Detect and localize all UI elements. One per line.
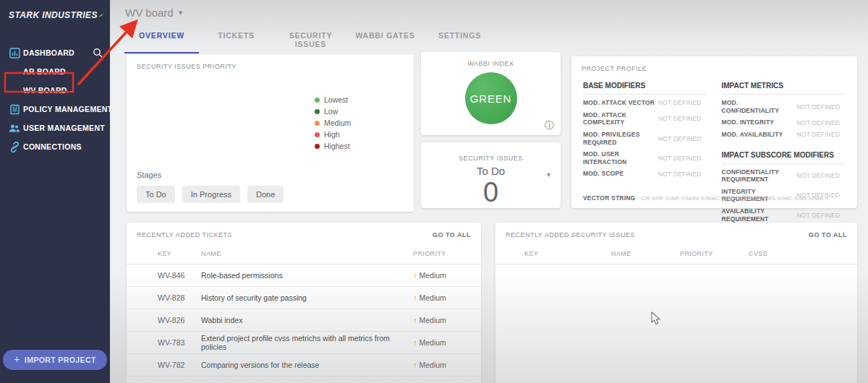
profile-row-label: MOD. CONFIDENTIALITY — [722, 99, 797, 114]
profile-row-label: MOD. PRIVILEGES REQUIRED — [583, 131, 658, 146]
sidebar-item-user-management[interactable]: USER MANAGEMENT — [0, 119, 110, 137]
sidebar-item-label: CONNECTIONS — [23, 142, 82, 151]
sidebar: STARK INDUSTRIES DASHBOARD AR BOARD WV B… — [0, 0, 110, 383]
column-header: NAME — [611, 246, 680, 264]
impact-sections: IMPACT METRICS MOD. CONFIDENTIALITY NOT … — [722, 78, 845, 225]
table-title: RECENTLY ADDED TICKETS — [137, 231, 232, 238]
table-row[interactable]: WV-828 History of security gate passing … — [127, 287, 481, 309]
legend-item[interactable]: High — [315, 130, 351, 139]
users-icon — [6, 124, 23, 133]
stages-section: Stages To DoIn ProgressDone — [137, 171, 284, 203]
legend-item[interactable]: Medium — [315, 119, 351, 127]
tab-settings[interactable]: SETTINGS — [422, 25, 497, 53]
ticket-priority: Medium — [413, 338, 471, 347]
sidebar-item-policy-management[interactable]: POLICY MANAGEMENT — [0, 100, 110, 119]
tab-wabbi-gates[interactable]: WABBI GATES — [348, 25, 422, 53]
search-icon[interactable] — [93, 48, 103, 58]
wabbi-index-card: WABBI INDEX GREEN — [421, 52, 561, 135]
ticket-priority: Medium — [413, 316, 471, 324]
legend-label: High — [324, 130, 340, 139]
table-row[interactable]: WV-781 Use Wabbi Governance in Azure pip… — [127, 376, 481, 383]
stage-chip[interactable]: Done — [247, 186, 284, 203]
info-icon[interactable] — [545, 119, 554, 132]
profile-row-value: NOT DEFINED — [797, 131, 841, 138]
tickets-column-headers: KEYNAMEPRIORITY — [127, 246, 481, 264]
issues-count: 0 — [421, 178, 561, 206]
stage-chip[interactable]: To Do — [137, 186, 175, 203]
profile-row: MOD. AVAILABILITY NOT DEFINED — [722, 129, 845, 141]
profile-columns: BASE MODIFIERS MOD. ATTACK VECTOR NOT DE… — [571, 72, 857, 225]
sidebar-nav: DASHBOARD AR BOARD WV BOARD POLICY MANAG… — [0, 43, 110, 156]
ticket-key: WV-828 — [158, 293, 201, 302]
ticket-name: Comparing versions for the release — [201, 361, 413, 369]
ticket-key: WV-783 — [158, 338, 201, 347]
column-header: KEY — [158, 246, 201, 264]
profile-row-value: NOT DEFINED — [797, 172, 841, 179]
table-row[interactable]: WV-783 Extend project profile cvss metri… — [127, 332, 481, 354]
vector-string-label: VECTOR STRING — [583, 194, 635, 202]
sidebar-item-label: POLICY MANAGEMENT — [23, 105, 112, 113]
profile-row: MOD. ATTACK VECTOR NOT DEFINED — [583, 97, 706, 109]
recently-added-security-issues-card: RECENTLY ADDED SECURITY ISSUES GO TO ALL… — [495, 223, 857, 383]
import-project-button[interactable]: IMPORT PROJECT — [3, 350, 107, 370]
priority-up-icon — [413, 338, 417, 347]
stage-chip[interactable]: In Progress — [182, 186, 240, 203]
legend-item[interactable]: Highest — [315, 142, 351, 150]
sidebar-item-ar-board[interactable]: AR BOARD — [0, 62, 110, 81]
column-header: PRIORITY — [680, 246, 749, 264]
impact-metrics-rows: MOD. CONFIDENTIALITY NOT DEFINED MOD. IN… — [722, 97, 845, 141]
profile-row: MOD. PRIVILEGES REQUIRED NOT DEFINED — [583, 129, 706, 148]
ticket-name: Wabbi index — [201, 316, 413, 324]
legend-item[interactable]: Low — [315, 107, 351, 116]
priority-label: Medium — [420, 361, 446, 369]
ticket-key: WV-826 — [158, 316, 201, 324]
ticket-priority: Medium — [413, 361, 471, 369]
section-heading: IMPACT METRICS — [722, 78, 845, 95]
stage-chips: To DoIn ProgressDone — [137, 186, 284, 203]
table-title: RECENTLY ADDED SECURITY ISSUES — [506, 231, 635, 238]
profile-row: MOD. INTEGRITY NOT DEFINED — [722, 116, 845, 129]
column-header: NAME — [201, 246, 413, 264]
logo-text: STARK INDUSTRIES — [9, 10, 98, 20]
priority-label: Medium — [420, 293, 446, 302]
priority-up-icon — [413, 361, 417, 369]
profile-row-value: NOT DEFINED — [797, 212, 841, 219]
status-filter-row: To Do — [421, 165, 561, 178]
section-heading: IMPACT SUBSCORE MODIFIERS — [722, 147, 845, 164]
profile-row-label: AVAILABILITY REQUIREMENT — [722, 207, 797, 223]
tab-tickets[interactable]: TICKETS — [199, 25, 273, 53]
table-header-bar: RECENTLY ADDED TICKETS GO TO ALL — [127, 223, 481, 246]
status-filter-dropdown[interactable]: To Do — [477, 165, 505, 177]
card-title: WABBI INDEX — [421, 52, 561, 67]
security-issues-count-card: SECURITY ISSUES To Do 0 — [421, 142, 561, 208]
profile-row: MOD. USER INTERACTION NOT DEFINED — [583, 148, 706, 168]
dashboard-icon — [6, 48, 23, 59]
vector-string-value: CR:X/IR:X/AR:X/MAV:X/MAC:X/MPR:X/MUI:X/M… — [641, 195, 829, 202]
ticket-name: Extend project profile cvss metrichs wit… — [201, 334, 413, 351]
ticket-priority: Medium — [413, 271, 471, 280]
priority-up-icon — [413, 271, 417, 280]
table-row[interactable]: WV-846 Role-based permissions Medium — [127, 264, 481, 287]
legend-label: Low — [324, 107, 338, 116]
profile-row-label: CONFIDENTIALITY REQUIREMENT — [722, 168, 797, 184]
sidebar-item-dashboard[interactable]: DASHBOARD — [0, 43, 110, 62]
plus-icon — [14, 356, 20, 364]
go-to-all-link[interactable]: GO TO ALL — [433, 231, 471, 238]
legend-item[interactable]: Lowest — [315, 95, 351, 104]
tab-overview[interactable]: OVERVIEW — [124, 25, 199, 53]
profile-row: MOD. SCOPE NOT DEFINED — [583, 168, 706, 180]
board-title-dropdown[interactable]: WV board — [125, 7, 182, 19]
profile-row: MOD. ATTACK COMPLEXITY NOT DEFINED — [583, 109, 706, 129]
board-title: WV board — [125, 7, 174, 19]
profile-row-value: NOT DEFINED — [658, 115, 702, 122]
sidebar-item-connections[interactable]: CONNECTIONS — [0, 137, 110, 156]
table-row[interactable]: WV-782 Comparing versions for the releas… — [127, 354, 481, 376]
table-header-bar: RECENTLY ADDED SECURITY ISSUES GO TO ALL — [495, 223, 857, 246]
sidebar-item-label: AR BOARD — [23, 67, 66, 76]
tab-security-issues[interactable]: SECURITY ISSUES — [273, 25, 348, 53]
chevron-down-icon[interactable] — [547, 167, 550, 180]
sidebar-item-wv-board[interactable]: WV BOARD — [0, 81, 110, 100]
go-to-all-link[interactable]: GO TO ALL — [809, 231, 847, 238]
section-heading: BASE MODIFIERS — [583, 78, 706, 95]
table-row[interactable]: WV-826 Wabbi index Medium — [127, 309, 481, 332]
